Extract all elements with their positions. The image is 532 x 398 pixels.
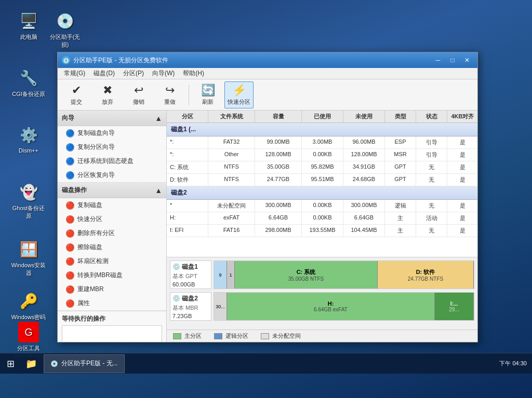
menu-general[interactable]: 常规(G) — [60, 68, 89, 79]
disk1-part-msr[interactable]: 1 — [227, 261, 235, 289]
rebuild-mbr-icon: 🔴 — [66, 285, 74, 294]
taskbar-time: 下午 04:30 — [499, 360, 532, 367]
table-row[interactable]: * 未分配空间 300.00MB 0.00KB 300.00MB 逻辑 无 是 — [167, 200, 477, 212]
toolbar-quick-partition[interactable]: ⚡ 快速分区 — [224, 81, 254, 108]
cgi-backup-icon: 🔧 — [18, 67, 39, 88]
sidebar-item-copy-disk[interactable]: 🔵 复制磁盘向导 — [58, 126, 166, 140]
disk1-part-c[interactable]: C: 系统 35.00GB NTFS — [235, 261, 378, 289]
maximize-button[interactable]: □ — [446, 55, 459, 65]
sidebar-guide-header[interactable]: 向导 ▲ — [58, 111, 166, 126]
file-explorer-button[interactable]: 📁 — [21, 353, 42, 374]
window-titlebar: 💿 分区助手PE版 - 无损分区免费软件 ─ □ ✕ — [58, 52, 477, 68]
toolbar-refresh[interactable]: 🔄 刷新 — [193, 81, 222, 108]
toolbar-discard[interactable]: ✖ 放弃 — [93, 81, 122, 108]
taskbar-app-icon: 💿 — [50, 360, 58, 367]
main-area: 向导 ▲ 🔵 复制磁盘向导 🔵 复制分区向导 🔵 迁移系统到固态硬盘 — [58, 111, 477, 342]
menu-help[interactable]: 帮助(H) — [179, 68, 208, 79]
disk2-part-unalloc[interactable]: 30... — [214, 293, 227, 320]
desktop: 🖥️ 此电脑 💿 分区助手(无损) 🔧 CGI备份还原 ⚙️ Dism++ 👻 … — [0, 0, 532, 374]
cell-status: 无 — [416, 161, 447, 173]
sidebar-item-bad-sector[interactable]: 🔴 坏扇区检测 — [58, 254, 166, 268]
header-filesystem: 文件系统 — [208, 111, 255, 122]
cell-free: 24.68GB — [343, 174, 385, 186]
sidebar-disk-header[interactable]: 磁盘操作 ▲ — [58, 183, 166, 198]
table-row[interactable]: D: 软件 NTFS 24.77GB 95.51MB 24.68GB GPT 无… — [167, 174, 477, 186]
disk2-part-h[interactable]: H: 6.64GB exFAT — [227, 293, 435, 320]
table-row[interactable]: *: Other 128.00MB 0.00KB 128.00MB MSR 引导… — [167, 149, 477, 161]
desktop-icon-ghost[interactable]: 👻 Ghost备份还原 — [10, 182, 47, 220]
refresh-icon: 🔄 — [201, 84, 215, 97]
redo-icon: ↪ — [165, 84, 175, 97]
cell-fs: Other — [208, 149, 255, 161]
sidebar-item-properties[interactable]: 🔴 属性 — [58, 296, 166, 310]
toolbar-redo[interactable]: ↪ 重做 — [155, 81, 184, 108]
cell-used: 0.00KB — [302, 149, 343, 161]
table-row[interactable]: I: EFI FAT16 298.00MB 193.55MB 104.45MB … — [167, 225, 477, 237]
desktop-icon-windows-install[interactable]: 🪟 Windows安装器 — [10, 239, 47, 277]
minimize-button[interactable]: ─ — [432, 55, 444, 65]
cell-partition: D: 软件 — [167, 174, 208, 186]
discard-icon: ✖ — [103, 84, 112, 97]
window-icon: 💿 — [62, 56, 70, 64]
cell-fs: 未分配空间 — [208, 200, 255, 212]
header-used: 已使用 — [302, 111, 343, 122]
convert-mbr-icon: 🔴 — [66, 271, 74, 280]
menu-disk[interactable]: 磁盘(D) — [89, 68, 119, 79]
sidebar-guide-section: 向导 ▲ 🔵 复制磁盘向导 🔵 复制分区向导 🔵 迁移系统到固态硬盘 — [58, 111, 166, 183]
disk2-part-i[interactable]: I:... 29... — [435, 293, 474, 320]
menu-partition[interactable]: 分区(P) — [119, 68, 148, 79]
sidebar-item-convert-mbr[interactable]: 🔴 转换到MBR磁盘 — [58, 268, 166, 282]
sidebar-item-migrate-os[interactable]: 🔵 迁移系统到固态硬盘 — [58, 154, 166, 168]
cell-capacity: 300.00MB — [255, 200, 302, 212]
legend-unallocated: 未分配空间 — [261, 332, 301, 340]
quick-partition-op-icon: 🔴 — [66, 215, 74, 224]
sidebar-item-wipe-disk[interactable]: 🔴 擦除磁盘 — [58, 240, 166, 254]
table-row[interactable]: C: 系统 NTFS 35.00GB 95.82MB 34.91GB GPT 无… — [167, 161, 477, 174]
sidebar-item-restore-partition[interactable]: 🔵 分区恢复向导 — [58, 168, 166, 182]
desktop-icon-partition-assistant[interactable]: 💿 分区助手(无损) — [47, 10, 83, 49]
close-button[interactable]: ✕ — [461, 55, 473, 65]
taskbar: ⊞ 📁 💿 分区助手PE版 - 无... 下午 04:30 — [0, 353, 532, 374]
disk1-part-d[interactable]: D: 软件 24.77GB NTFS — [378, 261, 474, 289]
cell-partition: H: — [167, 212, 208, 224]
disk2-group-header: 磁盘2 — [167, 186, 477, 200]
cell-partition: *: — [167, 136, 208, 148]
disk1-visual-row: 💿 磁盘1 基本 GPT 60.00GB 9 1 — [170, 260, 474, 289]
table-row[interactable]: H: exFAT 6.64GB 0.00KB 6.64GB 主 活动 是 — [167, 212, 477, 225]
header-type: 类型 — [385, 111, 416, 122]
legend-logical-partition: 逻辑分区 — [214, 332, 248, 340]
cell-capacity: 24.77GB — [255, 174, 302, 186]
legend-unallocated-color — [261, 333, 269, 339]
disk2-label[interactable]: 💿 磁盘2 基本 MBR 7.23GB — [170, 292, 211, 321]
cell-status: 无 — [416, 200, 447, 212]
cell-capacity: 298.00MB — [255, 225, 302, 237]
header-align: 4KB对齐 — [447, 111, 477, 122]
taskbar-app-partition[interactable]: 💿 分区助手PE版 - 无... — [44, 354, 125, 373]
disk1-part-esp[interactable]: 9 — [214, 261, 227, 289]
sidebar-disk-section: 磁盘操作 ▲ 🔴 复制磁盘 🔴 快速分区 🔴 删除所有分区 — [58, 183, 166, 311]
cell-status: 无 — [416, 174, 447, 186]
toolbar-undo[interactable]: ↩ 撤销 — [124, 81, 153, 108]
sidebar-item-copy-disk-op[interactable]: 🔴 复制磁盘 — [58, 198, 166, 212]
desktop-icon-dism[interactable]: ⚙️ Dism++ — [10, 125, 47, 154]
disk1-label[interactable]: 💿 磁盘1 基本 GPT 60.00GB — [170, 260, 211, 289]
desktop-icon-cgi-backup[interactable]: 🔧 CGI备份还原 — [10, 67, 47, 98]
this-pc-icon: 🖥️ — [18, 10, 39, 31]
sidebar-item-quick-partition-op[interactable]: 🔴 快速分区 — [58, 212, 166, 226]
cell-partition: C: 系统 — [167, 161, 208, 173]
cell-free: 300.00MB — [343, 200, 385, 212]
cell-capacity: 6.64GB — [255, 212, 302, 224]
cell-used: 95.82MB — [302, 161, 343, 173]
menu-wizard[interactable]: 向导(W) — [148, 68, 179, 79]
start-button[interactable]: ⊞ — [0, 353, 21, 374]
table-row[interactable]: *: FAT32 99.00MB 3.00MB 96.00MB ESP 引导 是 — [167, 136, 477, 149]
taskbar-app-label: 分区助手PE版 - 无... — [61, 359, 118, 368]
cell-used: 0.00KB — [302, 212, 343, 224]
sidebar-item-delete-all[interactable]: 🔴 删除所有分区 — [58, 226, 166, 240]
cell-align: 是 — [447, 161, 477, 173]
sidebar-item-copy-partition[interactable]: 🔵 复制分区向导 — [58, 140, 166, 154]
cell-free: 96.00MB — [343, 136, 385, 148]
sidebar-item-rebuild-mbr[interactable]: 🔴 重建MBR — [58, 282, 166, 296]
desktop-icon-this-pc[interactable]: 🖥️ 此电脑 — [10, 10, 47, 41]
toolbar-submit[interactable]: ✔ 提交 — [62, 81, 91, 108]
